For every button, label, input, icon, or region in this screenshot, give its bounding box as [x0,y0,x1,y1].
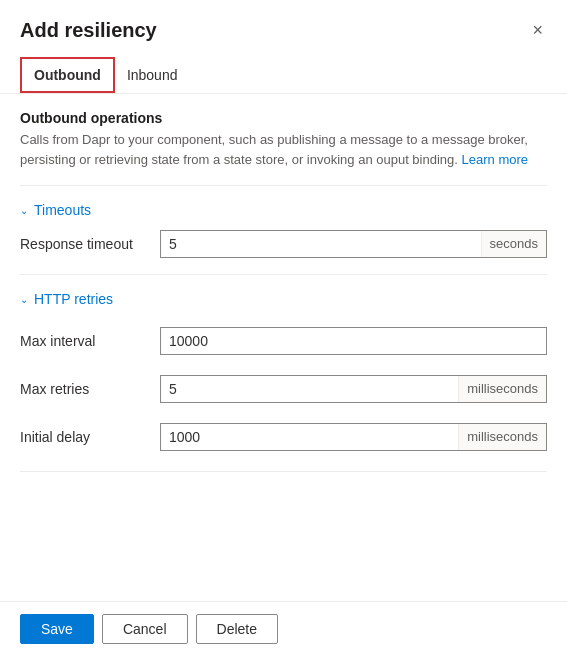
max-interval-input-wrapper [160,327,547,355]
outbound-section-title: Outbound operations [20,110,547,126]
divider-1 [20,185,547,186]
tab-bar: Outbound Inbound [0,57,567,94]
divider-2 [20,274,547,275]
http-retries-section-header[interactable]: ⌄ HTTP retries [20,283,547,315]
max-interval-input[interactable] [161,328,546,354]
max-retries-input-wrapper: milliseconds [160,375,547,403]
initial-delay-input[interactable] [161,424,458,450]
learn-more-link[interactable]: Learn more [462,152,528,167]
close-button[interactable]: × [528,16,547,45]
save-button[interactable]: Save [20,614,94,644]
response-timeout-input[interactable] [161,231,481,257]
outbound-section-desc: Calls from Dapr to your component, such … [20,130,547,169]
initial-delay-row: Initial delay milliseconds [20,419,547,455]
chevron-down-icon: ⌄ [20,205,28,216]
tab-inbound[interactable]: Inbound [115,57,190,93]
max-retries-label: Max retries [20,381,160,397]
max-interval-row: Max interval [20,323,547,359]
divider-3 [20,471,547,472]
delete-button[interactable]: Delete [196,614,278,644]
dialog-header: Add resiliency × [0,0,567,53]
http-retries-label: HTTP retries [34,291,113,307]
response-timeout-unit: seconds [481,231,546,257]
response-timeout-label: Response timeout [20,236,160,252]
max-interval-label: Max interval [20,333,160,349]
section-desc-text: Calls from Dapr to your component, such … [20,132,528,167]
max-retries-row: Max retries milliseconds [20,371,547,407]
max-retries-input[interactable] [161,376,458,402]
cancel-button[interactable]: Cancel [102,614,188,644]
outbound-content: Outbound operations Calls from Dapr to y… [0,94,567,601]
dialog-title: Add resiliency [20,19,157,42]
max-retries-unit: milliseconds [458,376,546,402]
timeouts-section-header[interactable]: ⌄ Timeouts [20,194,547,226]
response-timeout-input-wrapper: seconds [160,230,547,258]
timeouts-label: Timeouts [34,202,91,218]
tab-outbound[interactable]: Outbound [20,57,115,93]
initial-delay-label: Initial delay [20,429,160,445]
response-timeout-row: Response timeout seconds [20,226,547,262]
dialog-footer: Save Cancel Delete [0,601,567,656]
chevron-down-icon-2: ⌄ [20,294,28,305]
add-resiliency-dialog: Add resiliency × Outbound Inbound Outbou… [0,0,567,656]
initial-delay-unit: milliseconds [458,424,546,450]
initial-delay-input-wrapper: milliseconds [160,423,547,451]
